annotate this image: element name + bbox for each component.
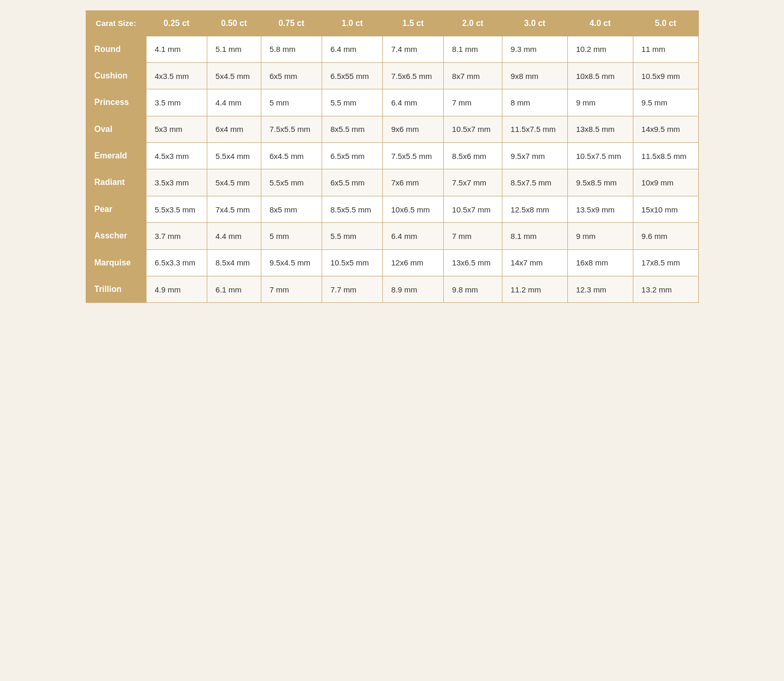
carat-size-table: Carat Size: 0.25 ct 0.50 ct 0.75 ct 1.0 … xyxy=(86,10,699,303)
table-row: Trillion4.9 mm6.1 mm7 mm7.7 mm8.9 mm9.8 … xyxy=(86,276,698,303)
table-row: Pear5.5x3.5 mm7x4.5 mm8x5 mm8.5x5.5 mm10… xyxy=(86,196,698,222)
cell-value: 6x4.5 mm xyxy=(261,143,322,169)
cell-value: 13x6.5 mm xyxy=(444,249,502,276)
col-header-9: 5.0 ct xyxy=(633,11,698,36)
shape-label: Oval xyxy=(86,116,146,142)
corner-header: Carat Size: xyxy=(86,11,146,36)
cell-value: 11.2 mm xyxy=(502,276,567,303)
cell-value: 10x6.5 mm xyxy=(382,196,443,222)
cell-value: 4.4 mm xyxy=(207,89,261,116)
table-row: Round4.1 mm5.1 mm5.8 mm6.4 mm7.4 mm8.1 m… xyxy=(86,36,698,62)
cell-value: 10.5x5 mm xyxy=(322,249,382,276)
cell-value: 9.8 mm xyxy=(444,276,502,303)
cell-value: 6.4 mm xyxy=(322,36,382,62)
col-header-4: 1.0 ct xyxy=(322,11,382,36)
cell-value: 8.5x7.5 mm xyxy=(502,169,567,196)
cell-value: 4.5x3 mm xyxy=(146,143,207,169)
cell-value: 3.5 mm xyxy=(146,89,207,116)
cell-value: 9 mm xyxy=(567,223,633,249)
cell-value: 12.5x8 mm xyxy=(502,196,567,222)
cell-value: 5.5x3.5 mm xyxy=(146,196,207,222)
cell-value: 7x4.5 mm xyxy=(207,196,261,222)
col-header-2: 0.50 ct xyxy=(207,11,261,36)
cell-value: 6x4 mm xyxy=(207,116,261,142)
col-header-6: 2.0 ct xyxy=(444,11,502,36)
cell-value: 10.5x7.5 mm xyxy=(567,143,633,169)
cell-value: 9.5x8.5 mm xyxy=(567,169,633,196)
cell-value: 12x6 mm xyxy=(382,249,443,276)
cell-value: 8 mm xyxy=(502,89,567,116)
shape-label: Marquise xyxy=(86,249,146,276)
table-row: Marquise6.5x3.3 mm8.5x4 mm9.5x4.5 mm10.5… xyxy=(86,249,698,276)
cell-value: 5 mm xyxy=(261,223,322,249)
cell-value: 7 mm xyxy=(261,276,322,303)
shape-label: Pear xyxy=(86,196,146,222)
shape-label: Emerald xyxy=(86,143,146,169)
shape-label: Radiant xyxy=(86,169,146,196)
cell-value: 4.9 mm xyxy=(146,276,207,303)
cell-value: 6.4 mm xyxy=(382,223,443,249)
cell-value: 15x10 mm xyxy=(633,196,698,222)
shape-label: Princess xyxy=(86,89,146,116)
cell-value: 7.7 mm xyxy=(322,276,382,303)
cell-value: 3.7 mm xyxy=(146,223,207,249)
shape-label: Round xyxy=(86,36,146,62)
cell-value: 7 mm xyxy=(444,89,502,116)
cell-value: 9.5x7 mm xyxy=(502,143,567,169)
cell-value: 10.5x7 mm xyxy=(444,116,502,142)
table-row: Oval5x3 mm6x4 mm7.5x5.5 mm8x5.5 mm9x6 mm… xyxy=(86,116,698,142)
cell-value: 11.5x7.5 mm xyxy=(502,116,567,142)
cell-value: 6x5.5 mm xyxy=(322,169,382,196)
cell-value: 17x8.5 mm xyxy=(633,249,698,276)
cell-value: 13x8.5 mm xyxy=(567,116,633,142)
cell-value: 9.5 mm xyxy=(633,89,698,116)
cell-value: 8.5x6 mm xyxy=(444,143,502,169)
shape-label: Cushion xyxy=(86,62,146,89)
cell-value: 9.6 mm xyxy=(633,223,698,249)
cell-value: 9.3 mm xyxy=(502,36,567,62)
cell-value: 7.5x5.5 mm xyxy=(261,116,322,142)
cell-value: 11.5x8.5 mm xyxy=(633,143,698,169)
col-header-8: 4.0 ct xyxy=(567,11,633,36)
cell-value: 9x8 mm xyxy=(502,62,567,89)
cell-value: 7.5x6.5 mm xyxy=(382,62,443,89)
cell-value: 8.1 mm xyxy=(444,36,502,62)
cell-value: 4.4 mm xyxy=(207,223,261,249)
cell-value: 8x5 mm xyxy=(261,196,322,222)
cell-value: 7 mm xyxy=(444,223,502,249)
cell-value: 11 mm xyxy=(633,36,698,62)
cell-value: 10.2 mm xyxy=(567,36,633,62)
cell-value: 4x3.5 mm xyxy=(146,62,207,89)
cell-value: 10x8.5 mm xyxy=(567,62,633,89)
col-header-7: 3.0 ct xyxy=(502,11,567,36)
header-row: Carat Size: 0.25 ct 0.50 ct 0.75 ct 1.0 … xyxy=(86,11,698,36)
cell-value: 8x5.5 mm xyxy=(322,116,382,142)
cell-value: 8.9 mm xyxy=(382,276,443,303)
cell-value: 6.5x5 mm xyxy=(322,143,382,169)
cell-value: 6.1 mm xyxy=(207,276,261,303)
cell-value: 13.5x9 mm xyxy=(567,196,633,222)
cell-value: 9 mm xyxy=(567,89,633,116)
cell-value: 7.5x7 mm xyxy=(444,169,502,196)
cell-value: 9.5x4.5 mm xyxy=(261,249,322,276)
table-row: Emerald4.5x3 mm5.5x4 mm6x4.5 mm6.5x5 mm7… xyxy=(86,143,698,169)
cell-value: 8.1 mm xyxy=(502,223,567,249)
cell-value: 16x8 mm xyxy=(567,249,633,276)
cell-value: 10x9 mm xyxy=(633,169,698,196)
col-header-3: 0.75 ct xyxy=(261,11,322,36)
table-row: Cushion4x3.5 mm5x4.5 mm6x5 mm6.5x55 mm7.… xyxy=(86,62,698,89)
cell-value: 3.5x3 mm xyxy=(146,169,207,196)
shape-label: Asscher xyxy=(86,223,146,249)
col-header-5: 1.5 ct xyxy=(382,11,443,36)
col-header-1: 0.25 ct xyxy=(146,11,207,36)
cell-value: 14x7 mm xyxy=(502,249,567,276)
cell-value: 13.2 mm xyxy=(633,276,698,303)
table-row: Asscher3.7 mm4.4 mm5 mm5.5 mm6.4 mm7 mm8… xyxy=(86,223,698,249)
cell-value: 5 mm xyxy=(261,89,322,116)
cell-value: 5.8 mm xyxy=(261,36,322,62)
cell-value: 8x7 mm xyxy=(444,62,502,89)
cell-value: 5.5x5 mm xyxy=(261,169,322,196)
cell-value: 6.4 mm xyxy=(382,89,443,116)
cell-value: 5x4.5 mm xyxy=(207,62,261,89)
table-row: Princess3.5 mm4.4 mm5 mm5.5 mm6.4 mm7 mm… xyxy=(86,89,698,116)
